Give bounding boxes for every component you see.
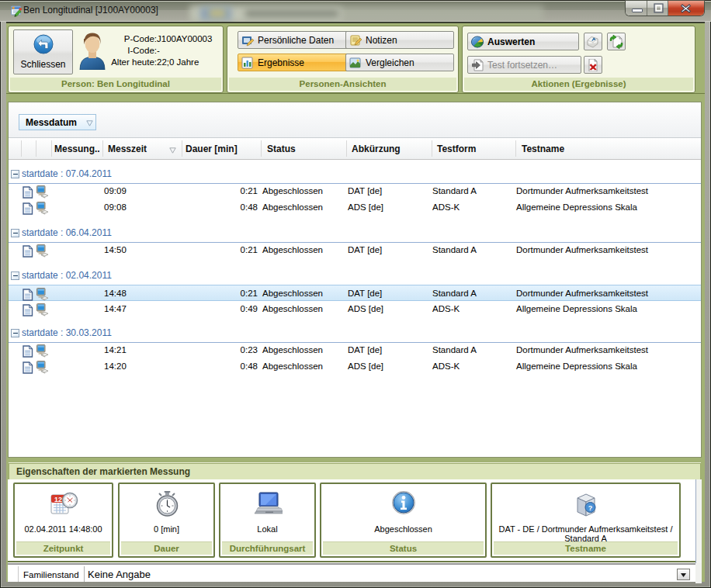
svg-text:?: ? — [588, 504, 592, 512]
svg-text:12: 12 — [54, 496, 61, 503]
